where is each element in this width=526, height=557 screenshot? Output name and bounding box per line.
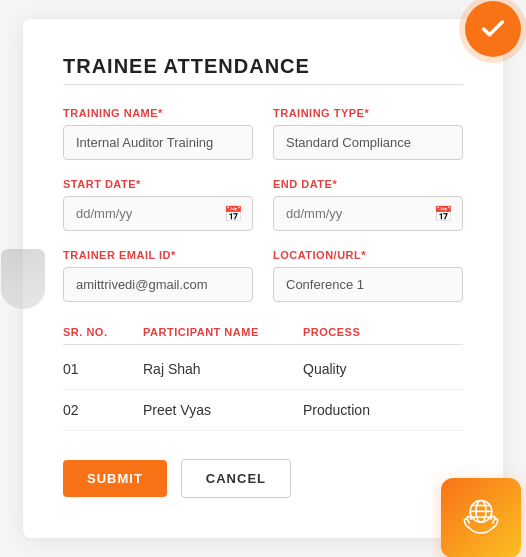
trainer-email-label: TRAINER EMAIL ID* — [63, 249, 253, 261]
location-group: LOCATION/URL* — [273, 249, 463, 302]
location-input[interactable] — [273, 267, 463, 302]
training-name-input[interactable] — [63, 125, 253, 160]
training-type-input[interactable] — [273, 125, 463, 160]
col-process: PROCESS — [303, 326, 463, 338]
start-date-input[interactable] — [63, 196, 253, 231]
page-title: TRAINEE ATTENDANCE — [63, 55, 463, 78]
left-decoration — [1, 249, 45, 309]
action-buttons: SUBMIT CANCEL — [63, 459, 463, 498]
table-row: 01 Raj Shah Quality — [63, 349, 463, 390]
training-type-label: TRAINING TYPE* — [273, 107, 463, 119]
trainee-attendance-card: TRAINEE ATTENDANCE TRAINING NAME* TRAINI… — [23, 19, 503, 538]
submit-button[interactable]: SUBMIT — [63, 460, 167, 497]
table-row: 02 Preet Vyas Production — [63, 390, 463, 431]
table-header: SR. NO. PARTICIPANT NAME PROCESS — [63, 320, 463, 345]
training-name-group: TRAINING NAME* — [63, 107, 253, 160]
end-date-label: END DATE* — [273, 178, 463, 190]
start-date-group: START DATE* 📅 — [63, 178, 253, 231]
row1-name: Raj Shah — [143, 361, 303, 377]
row1-sr: 01 — [63, 361, 143, 377]
trainer-email-group: TRAINER EMAIL ID* — [63, 249, 253, 302]
col-sr: SR. NO. — [63, 326, 143, 338]
location-label: LOCATION/URL* — [273, 249, 463, 261]
title-divider — [63, 84, 463, 85]
row1-process: Quality — [303, 361, 463, 377]
row2-sr: 02 — [63, 402, 143, 418]
participant-table: SR. NO. PARTICIPANT NAME PROCESS 01 Raj … — [63, 320, 463, 431]
col-name: PARTICIPANT NAME — [143, 326, 303, 338]
training-name-label: TRAINING NAME* — [63, 107, 253, 119]
end-date-group: END DATE* 📅 — [273, 178, 463, 231]
success-badge — [465, 1, 521, 57]
bottom-badge — [441, 478, 521, 557]
start-date-wrapper: 📅 — [63, 196, 253, 231]
row2-name: Preet Vyas — [143, 402, 303, 418]
form-row-3: TRAINER EMAIL ID* LOCATION/URL* — [63, 249, 463, 302]
form-row-2: START DATE* 📅 END DATE* 📅 — [63, 178, 463, 231]
start-date-label: START DATE* — [63, 178, 253, 190]
row2-process: Production — [303, 402, 463, 418]
training-type-group: TRAINING TYPE* — [273, 107, 463, 160]
trainer-email-input[interactable] — [63, 267, 253, 302]
form-row-1: TRAINING NAME* TRAINING TYPE* — [63, 107, 463, 160]
end-date-wrapper: 📅 — [273, 196, 463, 231]
cancel-button[interactable]: CANCEL — [181, 459, 291, 498]
end-date-input[interactable] — [273, 196, 463, 231]
